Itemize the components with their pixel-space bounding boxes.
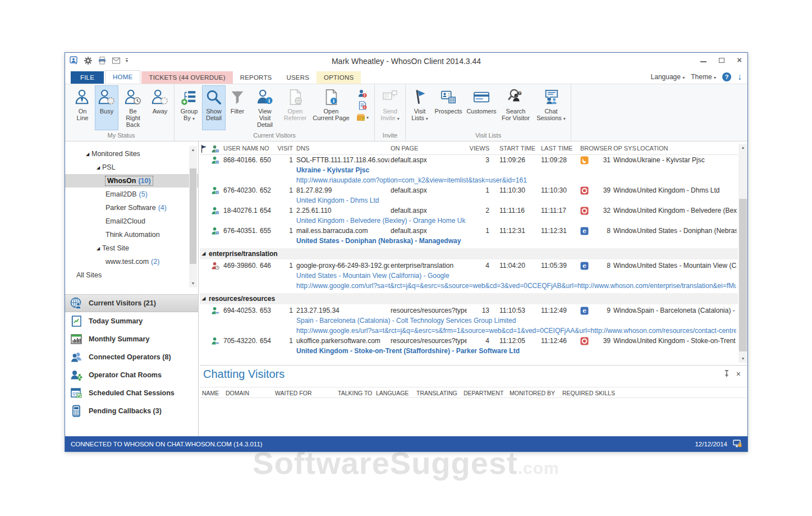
view-visit-detail-button[interactable]: i View Visit Detail	[249, 85, 281, 130]
online-button[interactable]: On Line	[70, 85, 95, 130]
visitor-row[interactable]: 705-43220.6541ukoffice.parkersoftware.co…	[200, 336, 738, 346]
column-header-user-name[interactable]: USER NAME	[223, 145, 258, 152]
tree-item-email2db[interactable]: Email2DB(5)	[65, 188, 198, 201]
chat-sessions-button[interactable]: Chat Sessions ▾	[533, 85, 569, 130]
visitor-detail-line[interactable]: United States - Doniphan (Nebraska) - Ma…	[200, 236, 738, 246]
column-header-no[interactable]: NO	[260, 145, 269, 152]
visitor-referrer-line[interactable]: http://www.riauupdate.com?option=com_k2&…	[200, 175, 738, 185]
busy-button[interactable]: Busy	[95, 85, 118, 130]
tree-item-monitored-sites[interactable]: ◢ Monitored Sites	[65, 147, 198, 161]
visitor-row[interactable]: 676-40230.652181.27.82.99default.aspx111…	[200, 185, 738, 195]
referrer-link[interactable]: http://www.google.es/url?sa=t&rct=j&q=&e…	[296, 327, 736, 335]
flag-icon[interactable]	[201, 145, 207, 153]
minimize-ribbon-icon[interactable]: ↓	[737, 73, 742, 81]
view-operator-chat-rooms[interactable]: Operator Chat Rooms	[65, 366, 198, 384]
open-current-page-button[interactable]: i Open Current Page	[310, 85, 352, 130]
page-alert-icon[interactable]: !	[358, 101, 367, 110]
filter-button[interactable]: Filter	[226, 85, 249, 130]
email-envelope-icon[interactable]	[112, 56, 121, 65]
maximize-button[interactable]	[719, 58, 724, 63]
tree-item-psl[interactable]: ◢ PSL	[65, 161, 198, 174]
visitor-detail-line[interactable]: United States - Mountain View (Californi…	[200, 271, 738, 281]
group-header-enterprise-translation[interactable]: ◢ enterprise/translation	[200, 248, 738, 259]
visitor-header-icon[interactable]	[211, 145, 219, 153]
location-link[interactable]: Ukraine - Kyivstar Pjsc	[296, 166, 369, 174]
column-header-domain[interactable]: DOMAIN	[226, 390, 249, 396]
location-link[interactable]: United Kingdom - Dhms Ltd	[296, 197, 379, 204]
visitor-row[interactable]: 469-39860.6461google-proxy-66-249-83-192…	[200, 261, 738, 271]
theme-menu[interactable]: Theme ▾	[691, 73, 716, 81]
qat-customize-icon[interactable]: ▾	[126, 58, 128, 63]
column-header-views[interactable]: VIEWS	[467, 145, 489, 152]
tree-expander-icon[interactable]: ◢	[202, 248, 205, 259]
column-header-visit[interactable]: VISIT	[275, 145, 293, 152]
print-icon[interactable]	[98, 56, 107, 65]
tab-home[interactable]: HOME	[105, 70, 140, 84]
app-chat-icon[interactable]	[70, 56, 79, 65]
visitor-detail-line[interactable]: United Kingdom - Dhms Ltd	[200, 195, 738, 206]
tree-scrollbar[interactable]: ▲ ▼	[189, 146, 197, 287]
tree-item-all-sites[interactable]: All Sites	[65, 268, 198, 282]
tab-users[interactable]: USERS	[279, 71, 316, 84]
visitor-detail-line[interactable]: United Kingdom - Stoke-on-Trent (Staffor…	[200, 346, 738, 356]
column-header-op-sys[interactable]: OP SYS	[613, 145, 636, 152]
language-menu[interactable]: Language ▾	[651, 73, 685, 81]
scrollbar-thumb[interactable]	[739, 199, 747, 351]
tree-expander-icon[interactable]: ◢	[202, 293, 205, 304]
tree-item-test-site[interactable]: ◢ Test Site	[65, 241, 198, 255]
close-panel-icon[interactable]: ×	[736, 371, 741, 377]
prospects-button[interactable]: Prospects	[432, 85, 465, 130]
referrer-link[interactable]: http://www.google.com/url?sa=t&rct=j&q=&…	[296, 282, 736, 290]
location-link[interactable]: United States - Doniphan (Nebraska) - Ma…	[296, 237, 461, 245]
scroll-down-icon[interactable]: ▼	[189, 280, 197, 287]
column-header-language[interactable]: LANGUAGE	[376, 390, 409, 396]
visitor-row[interactable]: 694-40253.6531213.27.195.34resources/res…	[200, 305, 738, 316]
location-link[interactable]: United Kingdom - Stoke-on-Trent (Staffor…	[296, 347, 520, 355]
search-for-visitor-button[interactable]: ? Search For Visitor	[498, 85, 533, 130]
column-header-monitored-by[interactable]: MONITORED BY	[510, 390, 555, 396]
column-header-start-time[interactable]: START TIME	[499, 145, 535, 152]
visitor-referrer-line[interactable]: http://www.google.com/url?sa=t&rct=j&q=&…	[200, 281, 738, 291]
scroll-up-icon[interactable]: ▲	[189, 146, 197, 154]
visitor-row[interactable]: 868-40166.6501SOL-FTTB.111.117.118.46.so…	[200, 155, 738, 165]
tab-reports[interactable]: REPORTS	[233, 71, 279, 84]
view-scheduled-chat-sessions[interactable]: Scheduled Chat Sessions	[65, 384, 198, 402]
visit-lists-button[interactable]: Visit Lists ▾	[407, 85, 432, 130]
column-header-translating[interactable]: TRANSLATING	[416, 390, 457, 396]
pin-icon[interactable]	[724, 370, 730, 377]
visitor-alert-icon[interactable]: !	[358, 89, 367, 98]
tab-file[interactable]: FILE	[71, 71, 104, 84]
column-header-location[interactable]: LOCATION	[637, 145, 737, 152]
away-button[interactable]: Away	[148, 85, 172, 130]
visitor-detail-line[interactable]: Ukraine - Kyivstar Pjsc	[200, 165, 738, 175]
view-pending-callbacks[interactable]: Pending Callbacks (3)	[65, 402, 198, 420]
visitor-detail-line[interactable]: Spain - Barceloneta (Catalonia) - Colt T…	[200, 316, 738, 326]
group-by-button[interactable]: Group By ▾	[176, 85, 202, 130]
location-link[interactable]: United States - Mountain View (Californi…	[296, 272, 449, 280]
connection-icon[interactable]	[733, 440, 742, 448]
scroll-down-icon[interactable]: ▼	[738, 355, 747, 363]
scrollbar-thumb[interactable]	[190, 168, 196, 264]
tree-expander-icon[interactable]: ◢	[84, 152, 91, 157]
visitor-row[interactable]: 676-40351.6551mail.ess.barracuda.comdefa…	[200, 226, 738, 236]
group-header-resources-resources[interactable]: ◢ resources/resources	[200, 293, 738, 304]
column-header-dns[interactable]: DNS	[296, 145, 389, 152]
visitor-referrer-line[interactable]: http://www.google.es/url?sa=t&rct=j&q=&e…	[200, 326, 738, 336]
column-header-waited-for[interactable]: WAITED FOR	[275, 390, 312, 396]
column-header-browser[interactable]: BROWSER	[580, 145, 612, 152]
view-connected-operators[interactable]: Connected Operators (8)	[65, 348, 198, 366]
tree-item-www-test-com[interactable]: www.test.com(2)	[65, 255, 198, 268]
help-icon[interactable]: ?	[722, 72, 731, 81]
settings-gear-icon[interactable]	[84, 56, 93, 65]
view-today-summary[interactable]: Today Summary	[65, 312, 198, 330]
visit-basket-icon[interactable]: ?▾	[356, 113, 369, 122]
referrer-link[interactable]: http://www.riauupdate.com?option=com_k2&…	[296, 176, 736, 184]
visitor-detail-line[interactable]: United Kingdom - Belvedere (Bexley) - Or…	[200, 216, 738, 226]
column-header-talking-to[interactable]: TALKING TO	[338, 390, 372, 396]
show-detail-button[interactable]: Show Detail	[202, 85, 226, 130]
customers-button[interactable]: Customers	[465, 85, 498, 130]
column-header-department[interactable]: DEPARTMENT	[464, 390, 503, 396]
tree-expander-icon[interactable]: ◢	[94, 246, 102, 251]
minimize-button[interactable]	[700, 58, 707, 62]
close-button[interactable]: ×	[737, 57, 742, 63]
